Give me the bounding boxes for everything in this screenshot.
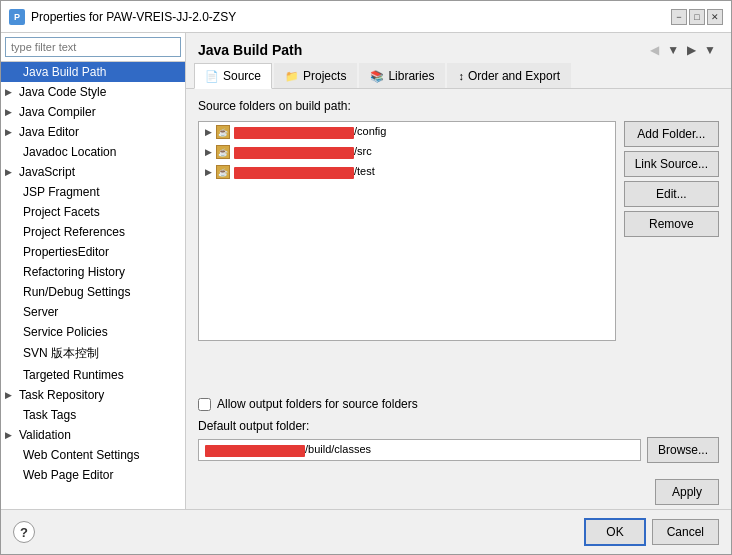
nav-forward-button[interactable]: ▶ (684, 41, 699, 59)
tab-projects[interactable]: 📁 Projects (274, 63, 357, 88)
right-panel: Java Build Path ◀ ▼ ▶ ▼ 📄 Source 📁 Proje… (186, 33, 731, 509)
tree-folder-icon: ☕ (216, 165, 230, 179)
allow-output-label: Allow output folders for source folders (217, 397, 418, 411)
nav-forward-dropdown-button[interactable]: ▼ (701, 41, 719, 59)
sidebar-item-label: Web Page Editor (23, 468, 114, 482)
maximize-button[interactable]: □ (689, 9, 705, 25)
sidebar-item-service-policies[interactable]: Service Policies (1, 322, 185, 342)
ok-button[interactable]: OK (584, 518, 645, 546)
sidebar-item-java-compiler[interactable]: ▶ Java Compiler (1, 102, 185, 122)
sidebar-item-label: JavaScript (19, 165, 75, 179)
sidebar-item-java-code-style[interactable]: ▶ Java Code Style (1, 82, 185, 102)
sidebar-item-label: Javadoc Location (23, 145, 116, 159)
tab-projects-label: Projects (303, 69, 346, 83)
tab-order-export[interactable]: ↕ Order and Export (447, 63, 571, 88)
sidebar-item-label: PropertiesEditor (23, 245, 109, 259)
allow-output-checkbox[interactable] (198, 398, 211, 411)
tree-folder-icon: ☕ (216, 125, 230, 139)
tabs-area: 📄 Source 📁 Projects 📚 Libraries ↕ Order … (186, 63, 731, 89)
tree-folder-icon: ☕ (216, 145, 230, 159)
main-content: Java Build Path ▶ Java Code Style ▶ Java… (1, 33, 731, 509)
file-tree: ▶ ☕ /config ▶ ☕ /src (198, 121, 616, 341)
output-folder-display: /build/classes (198, 439, 641, 460)
close-button[interactable]: ✕ (707, 9, 723, 25)
sidebar-item-svn[interactable]: SVN 版本控制 (1, 342, 185, 365)
sidebar-item-label: Java Editor (19, 125, 79, 139)
sidebar-item-label: Project Facets (23, 205, 100, 219)
bottom-right-buttons: OK Cancel (584, 518, 719, 546)
search-box (1, 33, 185, 62)
sidebar-item-label: Task Tags (23, 408, 76, 422)
arrow-icon: ▶ (5, 127, 15, 137)
sidebar-item-javadoc-location[interactable]: Javadoc Location (1, 142, 185, 162)
tree-item-label: /config (234, 125, 609, 138)
sidebar-item-refactoring-history[interactable]: Refactoring History (1, 262, 185, 282)
minimize-button[interactable]: − (671, 9, 687, 25)
help-button[interactable]: ? (13, 521, 35, 543)
edit-button[interactable]: Edit... (624, 181, 719, 207)
sidebar-item-task-tags[interactable]: Task Tags (1, 405, 185, 425)
tree-item-config[interactable]: ▶ ☕ /config (199, 122, 615, 142)
sidebar-item-server[interactable]: Server (1, 302, 185, 322)
redacted-name (234, 147, 354, 159)
tree-item-src[interactable]: ▶ ☕ /src (199, 142, 615, 162)
content-area: Source folders on build path: ▶ ☕ /confi… (186, 89, 731, 473)
sidebar-item-label: Task Repository (19, 388, 104, 402)
tree-arrow-icon: ▶ (205, 147, 212, 157)
sidebar-item-run-debug-settings[interactable]: Run/Debug Settings (1, 282, 185, 302)
sidebar-item-java-build-path[interactable]: Java Build Path (1, 62, 185, 82)
sidebar-item-label: JSP Fragment (23, 185, 99, 199)
remove-button[interactable]: Remove (624, 211, 719, 237)
sidebar-item-jsp-fragment[interactable]: JSP Fragment (1, 182, 185, 202)
add-folder-button[interactable]: Add Folder... (624, 121, 719, 147)
sidebar-item-label: Java Compiler (19, 105, 96, 119)
tree-arrow-icon: ▶ (205, 167, 212, 177)
nav-back-button[interactable]: ◀ (647, 41, 662, 59)
sidebar-item-properties-editor[interactable]: PropertiesEditor (1, 242, 185, 262)
sidebar-item-validation[interactable]: ▶ Validation (1, 425, 185, 445)
sidebar-item-label: Project References (23, 225, 125, 239)
redacted-name (234, 167, 354, 179)
tab-libraries[interactable]: 📚 Libraries (359, 63, 445, 88)
sidebar-item-label: Service Policies (23, 325, 108, 339)
sidebar-item-targeted-runtimes[interactable]: Targeted Runtimes (1, 365, 185, 385)
sidebar-item-web-content-settings[interactable]: Web Content Settings (1, 445, 185, 465)
sidebar-item-label: Server (23, 305, 58, 319)
tree-item-test[interactable]: ▶ ☕ /test (199, 162, 615, 182)
tab-order-export-label: Order and Export (468, 69, 560, 83)
right-header: Java Build Path ◀ ▼ ▶ ▼ (186, 33, 731, 63)
output-folder-section: Default output folder: /build/classes Br… (198, 419, 719, 463)
sidebar-item-label: SVN 版本控制 (23, 345, 99, 362)
allow-output-folders-row: Allow output folders for source folders (198, 397, 719, 411)
sidebar-item-task-repository[interactable]: ▶ Task Repository (1, 385, 185, 405)
sidebar-item-label: Targeted Runtimes (23, 368, 124, 382)
tree-item-label: /test (234, 165, 609, 178)
properties-dialog: P Properties for PAW-VREIS-JJ-2.0-ZSY − … (0, 0, 732, 555)
source-tab-icon: 📄 (205, 70, 219, 83)
arrow-icon: ▶ (5, 107, 15, 117)
cancel-button[interactable]: Cancel (652, 519, 719, 545)
sidebar-item-label: Refactoring History (23, 265, 125, 279)
sidebar-item-label: Web Content Settings (23, 448, 140, 462)
sidebar-item-project-facets[interactable]: Project Facets (1, 202, 185, 222)
bottom-bar: ? OK Cancel (1, 509, 731, 554)
apply-button[interactable]: Apply (655, 479, 719, 505)
default-output-label: Default output folder: (198, 419, 719, 433)
sidebar-item-project-references[interactable]: Project References (1, 222, 185, 242)
tab-source-label: Source (223, 69, 261, 83)
link-source-button[interactable]: Link Source... (624, 151, 719, 177)
sidebar-item-javascript[interactable]: ▶ JavaScript (1, 162, 185, 182)
sidebar-item-java-editor[interactable]: ▶ Java Editor (1, 122, 185, 142)
nav-arrows: ◀ ▼ ▶ ▼ (647, 41, 719, 59)
filter-input[interactable] (5, 37, 181, 57)
right-panel-title: Java Build Path (198, 42, 302, 58)
title-bar-left: P Properties for PAW-VREIS-JJ-2.0-ZSY (9, 9, 236, 25)
nav-dropdown-button[interactable]: ▼ (664, 41, 682, 59)
tab-source[interactable]: 📄 Source (194, 63, 272, 89)
sidebar-item-label: Run/Debug Settings (23, 285, 130, 299)
sidebar-item-label: Java Code Style (19, 85, 106, 99)
sidebar-item-web-page-editor[interactable]: Web Page Editor (1, 465, 185, 485)
browse-button[interactable]: Browse... (647, 437, 719, 463)
redacted-output (205, 445, 305, 457)
window-title: Properties for PAW-VREIS-JJ-2.0-ZSY (31, 10, 236, 24)
